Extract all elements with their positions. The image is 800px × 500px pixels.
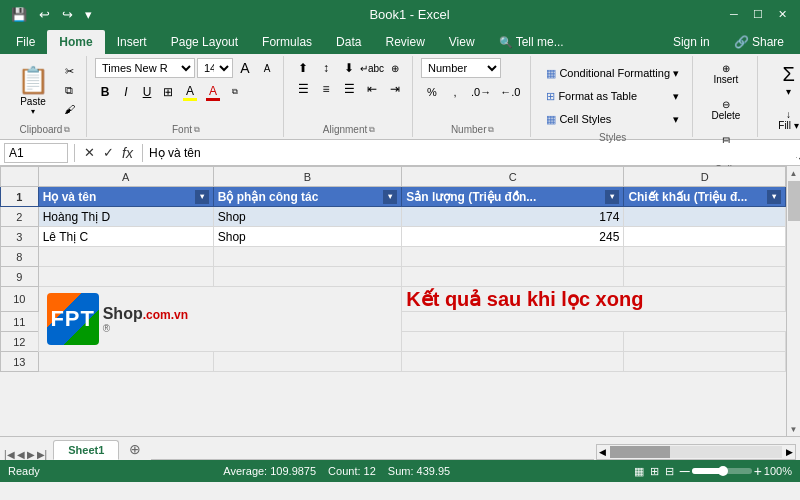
- cell-a1[interactable]: Họ và tên ▾: [38, 187, 213, 207]
- h-scroll-track[interactable]: [610, 446, 782, 458]
- bold-button[interactable]: B: [95, 82, 115, 102]
- tab-share[interactable]: 🔗 Share: [722, 30, 796, 54]
- center-align-button[interactable]: ≡: [315, 79, 337, 99]
- cell-c13[interactable]: [402, 352, 624, 372]
- format-as-table-button[interactable]: ⊞ Format as Table ▾: [539, 85, 686, 107]
- delete-cells-button[interactable]: ⊖ Delete: [702, 94, 749, 126]
- cell-c2[interactable]: 174: [402, 207, 624, 227]
- tab-file[interactable]: File: [4, 30, 47, 54]
- restore-button[interactable]: ☐: [748, 4, 768, 24]
- cancel-formula-button[interactable]: ✕: [81, 145, 98, 160]
- paste-button[interactable]: 📋 Paste ▾: [10, 62, 56, 119]
- undo-icon[interactable]: ↩: [36, 5, 53, 24]
- number-format-select[interactable]: Number: [421, 58, 501, 78]
- customize-icon[interactable]: ▾: [82, 5, 95, 24]
- middle-align-button[interactable]: ↕: [315, 58, 337, 78]
- fill-button[interactable]: ↓ Fill ▾: [771, 104, 800, 136]
- scroll-thumb[interactable]: [788, 181, 800, 221]
- filter-arrow-b1[interactable]: ▾: [383, 190, 397, 204]
- increase-font-button[interactable]: A: [235, 58, 255, 78]
- last-sheet-button[interactable]: ▶|: [37, 449, 48, 460]
- font-family-select[interactable]: Times New R: [95, 58, 195, 78]
- zoom-in-button[interactable]: +: [754, 463, 762, 479]
- scroll-right-button[interactable]: ▶: [784, 447, 795, 457]
- cell-styles-button[interactable]: ▦ Cell Styles ▾: [539, 108, 686, 130]
- number-expand[interactable]: ⧉: [488, 125, 494, 135]
- first-sheet-button[interactable]: |◀: [4, 449, 15, 460]
- cell-a13[interactable]: [38, 352, 213, 372]
- alignment-expand[interactable]: ⧉: [369, 125, 375, 135]
- filter-arrow-c1[interactable]: ▾: [605, 190, 619, 204]
- cell-b9[interactable]: [213, 267, 402, 287]
- cell-c9[interactable]: [402, 267, 624, 287]
- decrease-font-button[interactable]: A: [257, 58, 277, 78]
- cell-reference-box[interactable]: A1: [4, 143, 68, 163]
- bottom-align-button[interactable]: ⬇: [338, 58, 360, 78]
- autosum-button[interactable]: Σ ▾: [775, 58, 800, 102]
- scroll-left-button[interactable]: ◀: [597, 447, 608, 457]
- font-size-select[interactable]: 14: [197, 58, 233, 78]
- insert-function-button[interactable]: fx: [119, 145, 136, 161]
- confirm-formula-button[interactable]: ✓: [100, 145, 117, 160]
- font-group-expand[interactable]: ⧉: [194, 125, 200, 135]
- copy-button[interactable]: ⧉: [58, 81, 80, 99]
- cell-b13[interactable]: [213, 352, 402, 372]
- filter-arrow-d1[interactable]: ▾: [767, 190, 781, 204]
- tab-home[interactable]: Home: [47, 30, 104, 54]
- insert-cells-button[interactable]: ⊕ Insert: [704, 58, 747, 90]
- fill-color-button[interactable]: A: [179, 82, 201, 102]
- cell-c1[interactable]: Sản lượng (Triệu đồn... ▾: [402, 187, 624, 207]
- font-expand[interactable]: ⧉: [225, 82, 245, 102]
- close-button[interactable]: ✕: [772, 4, 792, 24]
- conditional-formatting-button[interactable]: ▦ Conditional Formatting ▾: [539, 62, 686, 84]
- scroll-down-button[interactable]: ▼: [787, 422, 801, 436]
- wrap-text-button[interactable]: ↵abc: [361, 58, 383, 78]
- formula-input[interactable]: [149, 143, 796, 163]
- tab-sign-in[interactable]: Sign in: [661, 30, 722, 54]
- tab-page-layout[interactable]: Page Layout: [159, 30, 250, 54]
- sheet-tab-sheet1[interactable]: Sheet1: [53, 440, 119, 460]
- tab-tell-me[interactable]: 🔍 Tell me...: [487, 30, 576, 54]
- top-align-button[interactable]: ⬆: [292, 58, 314, 78]
- italic-button[interactable]: I: [116, 82, 136, 102]
- tab-formulas[interactable]: Formulas: [250, 30, 324, 54]
- increase-indent-button[interactable]: ⇥: [384, 79, 406, 99]
- col-header-d[interactable]: D: [624, 167, 786, 187]
- cell-a8[interactable]: [38, 247, 213, 267]
- clipboard-expand[interactable]: ⧉: [64, 125, 70, 135]
- grid-scroll-container[interactable]: A B C D 1 Họ và tên ▾: [0, 166, 786, 436]
- page-layout-view-button[interactable]: ⊞: [650, 465, 659, 478]
- cell-d12[interactable]: [624, 332, 786, 352]
- scroll-track[interactable]: [787, 180, 800, 422]
- normal-view-button[interactable]: ▦: [634, 465, 644, 478]
- border-button[interactable]: ⊞: [158, 82, 178, 102]
- next-sheet-button[interactable]: ▶: [27, 449, 35, 460]
- decrease-decimal-button[interactable]: ←.0: [496, 82, 524, 102]
- col-header-c[interactable]: C: [402, 167, 624, 187]
- add-sheet-button[interactable]: ⊕: [121, 438, 149, 460]
- decrease-indent-button[interactable]: ⇤: [361, 79, 383, 99]
- col-header-b[interactable]: B: [213, 167, 402, 187]
- cell-a2[interactable]: Hoàng Thị D: [38, 207, 213, 227]
- zoom-slider[interactable]: [692, 468, 752, 474]
- minimize-button[interactable]: ─: [724, 4, 744, 24]
- cell-a9[interactable]: [38, 267, 213, 287]
- cut-button[interactable]: ✂: [58, 62, 80, 80]
- vertical-scrollbar[interactable]: ▲ ▼: [786, 166, 800, 436]
- cell-c3[interactable]: 245: [402, 227, 624, 247]
- tab-review[interactable]: Review: [373, 30, 436, 54]
- page-break-view-button[interactable]: ⊟: [665, 465, 674, 478]
- cell-b1[interactable]: Bộ phận công tác ▾: [213, 187, 402, 207]
- h-scroll-thumb[interactable]: [610, 446, 670, 458]
- save-icon[interactable]: 💾: [8, 5, 30, 24]
- underline-button[interactable]: U: [137, 82, 157, 102]
- prev-sheet-button[interactable]: ◀: [17, 449, 25, 460]
- merge-center-button[interactable]: ⊕: [384, 58, 406, 78]
- thousand-sep-button[interactable]: ,: [444, 82, 466, 102]
- scroll-up-button[interactable]: ▲: [787, 166, 801, 180]
- format-painter-button[interactable]: 🖌: [58, 100, 80, 118]
- cell-d13[interactable]: [624, 352, 786, 372]
- redo-icon[interactable]: ↪: [59, 5, 76, 24]
- cell-c8[interactable]: [402, 247, 624, 267]
- tab-view[interactable]: View: [437, 30, 487, 54]
